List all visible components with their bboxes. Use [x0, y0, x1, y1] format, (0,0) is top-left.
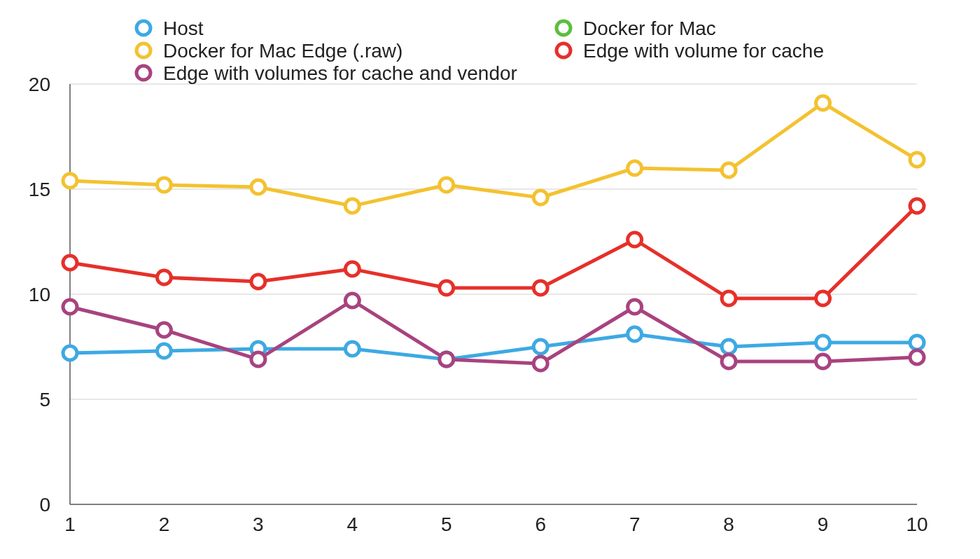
- series-marker: [722, 340, 736, 354]
- series-marker: [816, 354, 830, 368]
- legend-label: Docker for Mac: [583, 18, 716, 39]
- x-tick-label: 3: [253, 513, 264, 535]
- series-marker: [533, 191, 547, 205]
- series-line: [70, 206, 917, 298]
- series-marker: [722, 354, 736, 368]
- series-marker: [628, 161, 642, 175]
- series-marker: [628, 233, 642, 247]
- series-marker: [251, 180, 265, 194]
- series-marker: [63, 300, 77, 314]
- series-markers: [63, 96, 924, 371]
- legend-label: Host: [163, 18, 204, 39]
- series-marker: [345, 294, 359, 308]
- legend-marker: [556, 43, 570, 57]
- y-tick-label: 0: [39, 494, 50, 516]
- legend-item: Host: [136, 18, 204, 39]
- series-marker: [63, 256, 77, 270]
- series-marker: [722, 291, 736, 305]
- series-line: [70, 334, 917, 359]
- x-tick-label: 6: [535, 513, 546, 535]
- series-marker: [157, 323, 171, 337]
- legend-item: Edge with volume for cache: [556, 40, 824, 62]
- series-marker: [816, 291, 830, 305]
- series-marker: [816, 336, 830, 350]
- legend-item: Docker for Mac: [556, 18, 716, 39]
- x-tick-label: 2: [159, 513, 170, 535]
- legend-label: Docker for Mac Edge (.raw): [163, 40, 402, 62]
- series-marker: [251, 275, 265, 289]
- x-tick-label: 4: [347, 513, 358, 535]
- legend-label: Edge with volume for cache: [583, 40, 824, 62]
- legend-item: Edge with volumes for cache and vendor: [136, 62, 517, 84]
- series-marker: [251, 352, 265, 366]
- series-marker: [63, 174, 77, 188]
- tick-labels: 0510152012345678910: [29, 74, 928, 535]
- series-marker: [440, 178, 454, 192]
- legend-item: Docker for Mac Edge (.raw): [136, 40, 402, 62]
- series-marker: [157, 344, 171, 358]
- series-marker: [722, 163, 736, 177]
- legend-marker: [136, 66, 150, 80]
- series-marker: [157, 178, 171, 192]
- series-marker: [533, 357, 547, 371]
- series-marker: [440, 281, 454, 295]
- y-tick-label: 20: [29, 74, 50, 95]
- series-marker: [910, 199, 924, 213]
- series-marker: [345, 199, 359, 213]
- legend-marker: [136, 43, 150, 57]
- series-marker: [910, 350, 924, 364]
- y-tick-label: 10: [29, 284, 50, 305]
- x-tick-label: 1: [64, 513, 76, 535]
- series-marker: [345, 262, 359, 276]
- chart-container: 0510152012345678910HostDocker for MacDoc…: [0, 0, 980, 559]
- x-tick-label: 10: [906, 513, 927, 535]
- y-tick-label: 15: [29, 179, 50, 200]
- legend: HostDocker for MacDocker for Mac Edge (.…: [136, 18, 824, 84]
- legend-label: Edge with volumes for cache and vendor: [163, 62, 517, 84]
- series-marker: [910, 153, 924, 167]
- series-marker: [816, 96, 830, 110]
- series-marker: [440, 352, 454, 366]
- legend-marker: [556, 21, 570, 35]
- series-marker: [628, 327, 642, 341]
- x-tick-label: 8: [723, 513, 734, 535]
- x-tick-label: 9: [818, 513, 829, 535]
- series-marker: [910, 336, 924, 350]
- series-line: [70, 103, 917, 206]
- series-marker: [157, 270, 171, 284]
- series-marker: [533, 340, 547, 354]
- x-tick-label: 5: [441, 513, 452, 535]
- series-marker: [628, 300, 642, 314]
- legend-marker: [136, 21, 150, 35]
- series-marker: [63, 346, 77, 360]
- chart-svg: 0510152012345678910HostDocker for MacDoc…: [0, 0, 980, 559]
- y-tick-label: 5: [39, 389, 50, 410]
- series-marker: [533, 281, 547, 295]
- x-tick-label: 7: [629, 513, 640, 535]
- series-marker: [345, 342, 359, 356]
- series-lines: [70, 103, 917, 364]
